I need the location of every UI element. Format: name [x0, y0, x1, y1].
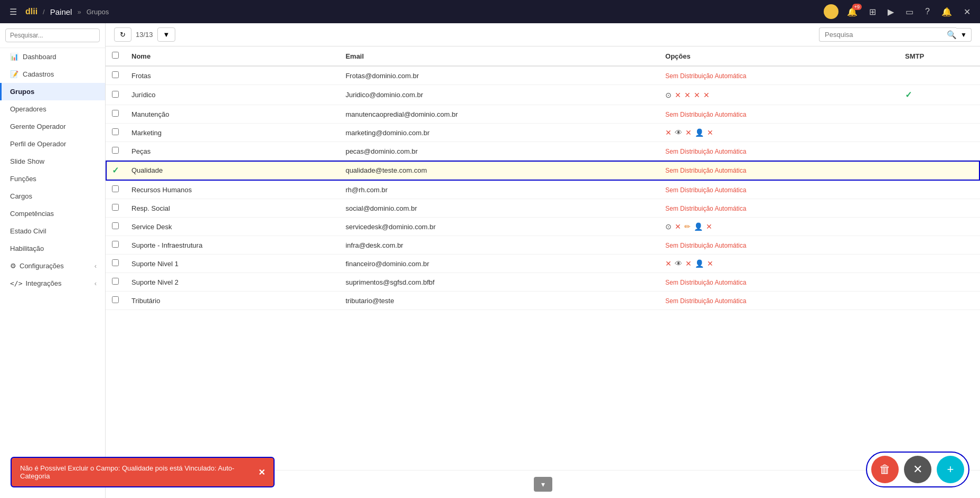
row-nome: Jurídico	[125, 85, 339, 105]
row-nome: Suporte Nivel 1	[125, 255, 339, 273]
delete2-icon[interactable]: ✕	[706, 222, 712, 231]
sidebar-item-operadores[interactable]: Operadores	[0, 100, 105, 118]
monitor-icon[interactable]: ▭	[902, 5, 917, 19]
bell-icon[interactable]: 🔔	[938, 5, 955, 19]
row-smtp	[899, 161, 980, 181]
person-icon[interactable]: 👤	[695, 128, 704, 137]
row-opcoes: Sem Distribuição Automática	[659, 66, 899, 85]
row-nome: Marketing	[125, 124, 339, 142]
sidebar-item-cadastros[interactable]: 📝 Cadastros	[0, 65, 105, 83]
help-icon[interactable]: ?	[922, 5, 933, 18]
sidebar-item-funcoes[interactable]: Funções	[0, 170, 105, 187]
delete2-icon[interactable]: ✕	[685, 259, 692, 268]
row-nome: Service Desk	[125, 218, 339, 236]
add-fab-button[interactable]: +	[937, 456, 964, 483]
sidebar-item-configuracoes[interactable]: ⚙ Configurações ‹	[0, 257, 105, 275]
row-email: suprimentos@sgfsd.com.bfbf	[339, 273, 659, 292]
row-checkbox[interactable]	[112, 278, 119, 285]
delete-icon[interactable]: ✕	[675, 91, 681, 99]
row-opcoes: ⊙ ✕ ✏ 👤 ✕	[659, 218, 899, 236]
row-checkbox[interactable]	[112, 110, 119, 117]
row-checkbox[interactable]	[112, 185, 119, 192]
delete3-icon[interactable]: ✕	[707, 259, 713, 268]
sidebar-item-slide-show[interactable]: Slide Show	[0, 153, 105, 170]
row-email: servicedesk@dominio.com.br	[339, 218, 659, 236]
search-dropdown-button[interactable]: ▼	[956, 28, 972, 42]
row-checkbox[interactable]	[112, 259, 119, 266]
row-checkbox-cell	[106, 66, 125, 85]
row-opcoes: ✕ 👁 ✕ 👤 ✕	[659, 255, 899, 273]
delete2-icon[interactable]: ✕	[685, 128, 692, 137]
delete4-icon[interactable]: ✕	[703, 91, 710, 99]
delete-icon[interactable]: ✕	[665, 128, 672, 137]
config-icon: ⚙	[10, 262, 16, 270]
next-page-button[interactable]: ▾	[534, 477, 552, 492]
row-checkbox[interactable]	[112, 241, 119, 248]
delete-fab-button[interactable]: 🗑	[871, 456, 899, 483]
eye-icon[interactable]: 👁	[675, 128, 682, 137]
navbar: ☰ dlii / Painel » Grupos 🔔 +9 ⊞ ▶ ▭ ? 🔔 …	[0, 0, 980, 23]
eye-icon[interactable]: 👁	[675, 259, 682, 268]
person-icon[interactable]: 👤	[694, 222, 703, 231]
row-checkbox-cell	[106, 199, 125, 218]
search-button[interactable]: 🔍	[947, 30, 957, 40]
row-opcoes: Sem Distribuição Automática	[659, 236, 899, 255]
row-checkbox-cell	[106, 236, 125, 255]
row-smtp	[899, 255, 980, 273]
delete3-icon[interactable]: ✕	[694, 91, 700, 99]
delete-icon[interactable]: ✕	[675, 222, 681, 231]
sidebar-item-grupos[interactable]: Grupos	[0, 83, 105, 100]
sidebar-item-label: Competências	[10, 210, 54, 218]
sidebar-item-dashboard[interactable]: 📊 Dashboard	[0, 48, 105, 65]
sidebar-item-gerente-operador[interactable]: Gerente Operador	[0, 118, 105, 135]
row-smtp	[899, 218, 980, 236]
sidebar-item-habilitacao[interactable]: Habilitação	[0, 240, 105, 257]
table-row: JurídicoJuridico@dominio.com.br ⊙ ✕ ✕ ✕ …	[106, 85, 980, 105]
circle-icon[interactable]: ⊙	[665, 222, 672, 231]
sidebar-item-cargos[interactable]: Cargos	[0, 187, 105, 205]
row-smtp	[899, 236, 980, 255]
row-email: rh@rh.com.br	[339, 181, 659, 199]
sidebar: 📊 Dashboard 📝 Cadastros Grupos Operadore…	[0, 23, 106, 498]
circle-icon[interactable]: ⊙	[665, 91, 672, 99]
toast-container: Não é Possivel Excluir o Campo: Qualidad…	[11, 457, 275, 487]
sidebar-item-integracoes[interactable]: </> Integrações ‹	[0, 275, 105, 292]
row-checkbox[interactable]	[112, 91, 119, 98]
close-fab-button[interactable]: ✕	[904, 456, 931, 483]
close-icon[interactable]: ✕	[960, 5, 974, 19]
toast-close-button[interactable]: ✕	[258, 467, 265, 477]
error-toast: Não é Possivel Excluir o Campo: Qualidad…	[11, 457, 275, 487]
person-icon[interactable]: 👤	[695, 259, 704, 268]
row-checkbox[interactable]	[112, 147, 119, 154]
row-email: social@dominio.com.br	[339, 199, 659, 218]
row-opcoes: Sem Distribuição Automática	[659, 273, 899, 292]
filter-button[interactable]: ▼	[157, 27, 176, 42]
delete3-icon[interactable]: ✕	[707, 128, 713, 137]
user-avatar[interactable]	[824, 4, 838, 19]
sidebar-search-input[interactable]	[5, 29, 100, 42]
delete-icon[interactable]: ✕	[665, 259, 672, 268]
row-checkbox[interactable]	[112, 71, 119, 78]
search-input[interactable]	[819, 27, 956, 42]
refresh-button[interactable]: ↻	[114, 27, 131, 42]
notification-icon[interactable]: 🔔 +9	[844, 5, 861, 19]
row-checkbox[interactable]	[112, 204, 119, 211]
sidebar-item-competencias[interactable]: Competências	[0, 205, 105, 222]
sidebar-item-estado-civil[interactable]: Estado Civil	[0, 222, 105, 240]
row-checkbox-cell	[106, 105, 125, 124]
sidebar-search-container	[0, 23, 105, 48]
menu-icon[interactable]: ☰	[6, 5, 20, 19]
row-smtp	[899, 199, 980, 218]
grid-icon[interactable]: ⊞	[866, 5, 879, 19]
row-checkbox[interactable]	[112, 296, 119, 303]
sidebar-item-perfil-operador[interactable]: Perfil de Operador	[0, 135, 105, 153]
delete2-icon[interactable]: ✕	[684, 91, 691, 99]
row-checkbox-cell	[106, 273, 125, 292]
edit-icon[interactable]: ✏	[684, 222, 691, 231]
play-icon[interactable]: ▶	[884, 5, 897, 19]
select-all-checkbox[interactable]	[112, 52, 119, 59]
sidebar-item-label: Cargos	[10, 192, 32, 200]
row-checkbox[interactable]	[112, 128, 119, 135]
no-distribution-label: Sem Distribuição Automática	[665, 279, 746, 286]
row-checkbox[interactable]	[112, 222, 119, 229]
